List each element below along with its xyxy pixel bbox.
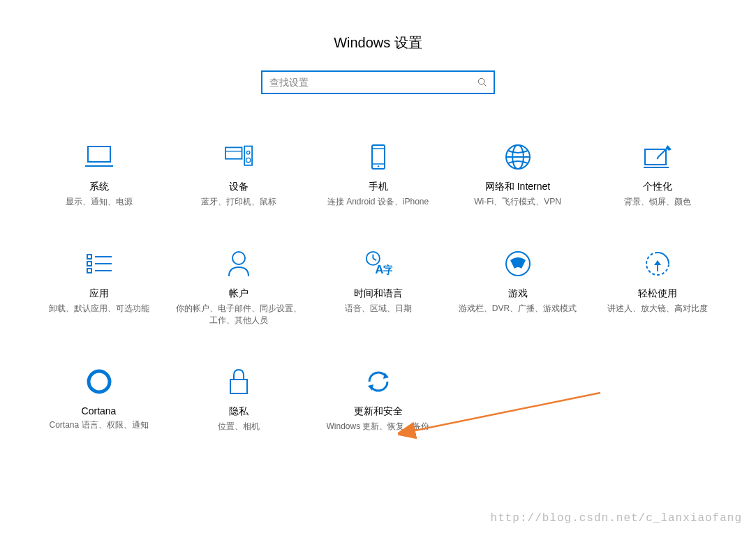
search-input[interactable]: [262, 72, 471, 93]
tile-desc: 连接 Android 设备、iPhone: [327, 196, 429, 208]
tile-title: 手机: [369, 181, 388, 193]
tile-desc: 位置、相机: [218, 421, 260, 433]
tile-title: 网络和 Internet: [485, 181, 550, 193]
cortana-icon: [85, 368, 113, 396]
search-container: [0, 70, 756, 94]
devices-icon: [225, 143, 253, 171]
svg-point-7: [246, 151, 250, 154]
tile-time-language[interactable]: A字 时间和语言 语音、区域、日期: [309, 250, 448, 326]
search-icon[interactable]: [471, 77, 494, 87]
settings-grid: 系统 显示、通知、电源 设备 蓝牙、打印机、鼠标 手机 连接 Android 设…: [0, 143, 756, 433]
tile-desc: 蓝牙、打印机、鼠标: [201, 196, 276, 208]
tile-devices[interactable]: 设备 蓝牙、打印机、鼠标: [169, 143, 309, 208]
tile-gaming[interactable]: 游戏 游戏栏、DVR、广播、游戏模式: [448, 250, 588, 326]
tile-desc: Windows 更新、恢复、备份: [326, 421, 429, 433]
tile-title: 游戏: [508, 287, 528, 300]
ease-of-access-icon: [644, 250, 672, 278]
time-language-icon: A字: [364, 250, 392, 278]
tile-update-security[interactable]: 更新和安全 Windows 更新、恢复、备份: [309, 368, 448, 433]
tile-apps[interactable]: 应用 卸载、默认应用、可选功能: [29, 250, 169, 326]
svg-rect-2: [88, 147, 110, 162]
tile-privacy[interactable]: 隐私 位置、相机: [169, 368, 309, 433]
tile-network[interactable]: 网络和 Internet Wi-Fi、飞行模式、VPN: [448, 143, 588, 208]
privacy-icon: [225, 368, 253, 396]
tile-desc: Wi-Fi、飞行模式、VPN: [474, 196, 561, 208]
personalization-icon: [644, 143, 672, 171]
svg-rect-23: [87, 269, 91, 273]
svg-point-18: [656, 158, 658, 160]
svg-point-25: [232, 252, 245, 264]
watermark: http://blog.csdn.net/c_lanxiaofang: [491, 512, 742, 525]
svg-point-8: [246, 158, 250, 162]
tile-title: 帐户: [229, 287, 249, 300]
tile-title: 设备: [229, 181, 249, 193]
tile-title: 应用: [89, 287, 109, 300]
svg-point-34: [89, 371, 110, 392]
tile-ease-of-access[interactable]: 轻松使用 讲述人、放大镜、高对比度: [588, 250, 727, 326]
tile-personalization[interactable]: 个性化 背景、锁屏、颜色: [588, 143, 727, 208]
accounts-icon: [225, 250, 253, 278]
search-box[interactable]: [261, 70, 495, 94]
tile-accounts[interactable]: 帐户 你的帐户、电子邮件、同步设置、工作、其他人员: [169, 250, 309, 326]
tile-desc: 语音、区域、日期: [345, 303, 412, 315]
tile-title: 系统: [89, 181, 109, 193]
svg-line-1: [484, 84, 486, 86]
gaming-icon: [504, 250, 532, 278]
svg-rect-35: [230, 380, 247, 393]
page-title: Windows 设置: [0, 0, 756, 70]
tile-desc: Cortana 语言、权限、通知: [49, 419, 148, 431]
svg-point-0: [478, 78, 484, 84]
svg-line-28: [373, 258, 376, 260]
svg-rect-4: [225, 147, 242, 158]
tile-cortana[interactable]: Cortana Cortana 语言、权限、通知: [29, 368, 169, 433]
tile-title: 时间和语言: [354, 287, 403, 300]
tile-desc: 背景、锁屏、颜色: [624, 196, 691, 208]
phone-icon: [364, 143, 392, 171]
tile-title: 轻松使用: [638, 287, 677, 300]
update-security-icon: [364, 368, 392, 396]
tile-title: 隐私: [229, 405, 249, 418]
apps-icon: [85, 250, 113, 278]
svg-point-12: [377, 165, 378, 167]
svg-rect-21: [87, 262, 91, 266]
tile-title: 个性化: [643, 181, 672, 193]
tile-desc: 你的帐户、电子邮件、同步设置、工作、其他人员: [176, 303, 302, 326]
system-icon: [85, 143, 113, 171]
svg-text:字: 字: [383, 264, 392, 276]
network-icon: [504, 143, 532, 171]
tile-title: Cortana: [82, 405, 117, 416]
tile-system[interactable]: 系统 显示、通知、电源: [29, 143, 169, 208]
svg-rect-19: [87, 255, 91, 259]
tile-title: 更新和安全: [354, 405, 403, 418]
tile-desc: 讲述人、放大镜、高对比度: [607, 303, 708, 315]
tile-phone[interactable]: 手机 连接 Android 设备、iPhone: [309, 143, 448, 208]
tile-desc: 显示、通知、电源: [66, 196, 133, 208]
tile-desc: 游戏栏、DVR、广播、游戏模式: [459, 303, 577, 315]
tile-desc: 卸载、默认应用、可选功能: [49, 303, 149, 315]
